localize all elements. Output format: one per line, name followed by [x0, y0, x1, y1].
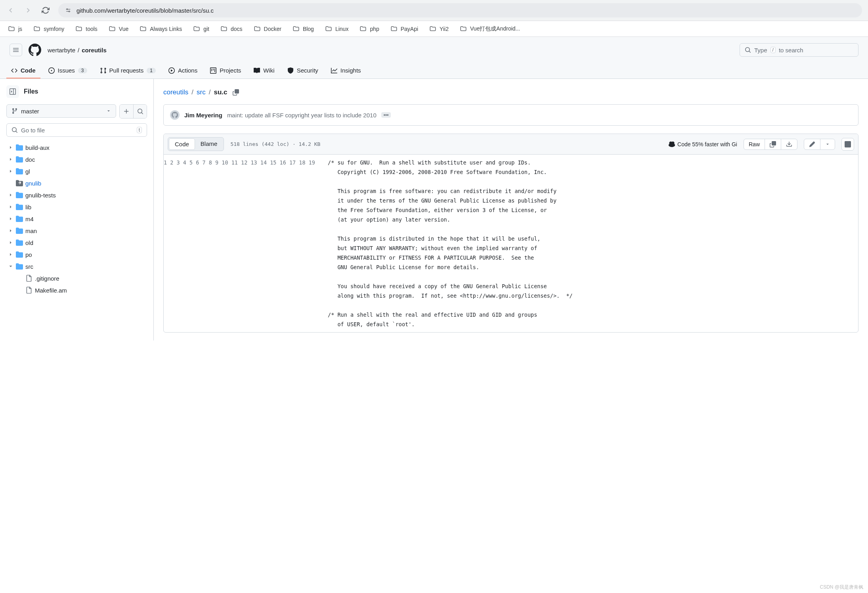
tab-insights[interactable]: Insights [326, 63, 366, 78]
avatar[interactable] [170, 110, 180, 120]
folder-icon [16, 144, 23, 151]
edit-button[interactable] [804, 139, 820, 149]
add-file-button[interactable] [120, 105, 133, 118]
reload-button[interactable] [41, 6, 50, 15]
folder-icon [16, 227, 23, 234]
tree-item[interactable]: m4 [6, 213, 147, 225]
commit-author[interactable]: Jim Meyering [184, 112, 222, 119]
forward-button[interactable] [23, 6, 33, 15]
bookmark-item[interactable]: PayApi [386, 23, 422, 35]
tab-pulls[interactable]: Pull requests 1 [95, 63, 161, 78]
file-tree: build-auxdocglgnulibgnulib-testslibm4man… [6, 142, 147, 296]
folder-icon [109, 25, 116, 33]
breadcrumb-dir[interactable]: src [197, 88, 206, 96]
search-tree-button[interactable] [133, 105, 147, 118]
tab-security[interactable]: Security [283, 63, 323, 78]
commit-message[interactable]: maint: update all FSF copyright year lis… [227, 112, 377, 119]
tab-wiki[interactable]: Wiki [249, 63, 279, 78]
tab-actions[interactable]: Actions [164, 63, 202, 78]
folder-icon [16, 203, 23, 210]
bookmark-item[interactable]: js [4, 23, 26, 35]
chevron-right-icon [8, 204, 13, 210]
bookmark-item[interactable]: php [356, 23, 383, 35]
collapse-tree-button[interactable] [6, 85, 19, 98]
blame-tab[interactable]: Blame [195, 138, 223, 150]
tree-item[interactable]: gnulib [6, 177, 147, 189]
hamburger-menu[interactable] [10, 44, 22, 56]
symbols-button[interactable] [841, 138, 854, 151]
tree-item[interactable]: old [6, 237, 147, 249]
file-info: 518 lines (442 loc) · 14.2 KB [230, 141, 320, 147]
go-to-file-input[interactable]: Go to file t [6, 123, 147, 137]
search-input[interactable]: Type / to search [740, 43, 858, 57]
folder-icon [16, 251, 23, 258]
branch-icon [11, 108, 18, 114]
copy-raw-button[interactable] [765, 139, 781, 149]
breadcrumb-file: su.c [214, 88, 227, 96]
tree-item[interactable]: gnulib-tests [6, 189, 147, 201]
copy-path-button[interactable] [230, 87, 241, 98]
folder-icon [460, 25, 467, 33]
browser-chrome: github.com/wertarbyte/coreutils/blob/mas… [0, 0, 868, 21]
tree-item[interactable]: build-aux [6, 142, 147, 153]
latest-commit: Jim Meyering maint: update all FSF copyr… [163, 104, 858, 126]
pr-icon [100, 67, 106, 74]
svg-point-1 [69, 11, 70, 12]
folder-icon [16, 156, 23, 163]
tree-item[interactable]: lib [6, 201, 147, 213]
folder-icon [16, 239, 23, 246]
folder-icon [359, 25, 367, 33]
address-bar[interactable]: github.com/wertarbyte/coreutils/blob/mas… [58, 3, 862, 17]
back-button[interactable] [6, 6, 15, 15]
tree-item[interactable]: doc [6, 153, 147, 165]
owner-link[interactable]: wertarbyte [48, 47, 75, 54]
branch-selector[interactable]: master [6, 104, 116, 118]
repo-breadcrumb: wertarbyte / coreutils [48, 47, 733, 54]
folder-icon [16, 263, 23, 270]
tab-projects[interactable]: Projects [205, 63, 246, 78]
repo-link[interactable]: coreutils [82, 47, 107, 54]
code-tab[interactable]: Code [169, 138, 195, 150]
issues-count: 3 [78, 68, 87, 73]
tree-item[interactable]: gl [6, 165, 147, 177]
chevron-right-icon [8, 228, 13, 233]
folder-icon [293, 25, 300, 33]
tree-item[interactable]: man [6, 225, 147, 237]
bookmark-item[interactable]: Blog [289, 23, 318, 35]
bookmark-item[interactable]: tools [71, 23, 101, 35]
line-numbers: 1 2 3 4 5 6 7 8 9 10 11 12 13 14 15 16 1… [164, 155, 321, 332]
bookmark-item[interactable]: Linux [321, 23, 352, 35]
bookmark-item[interactable]: Docker [250, 23, 285, 35]
wiki-icon [254, 67, 260, 74]
edit-dropdown[interactable] [820, 139, 835, 149]
tree-item[interactable]: src [6, 260, 147, 272]
tree-item[interactable]: Makefile.am [6, 284, 147, 296]
code-panel: Code Blame 518 lines (442 loc) · 14.2 KB… [163, 134, 858, 333]
tab-code[interactable]: Code [6, 63, 40, 78]
github-logo[interactable] [29, 44, 41, 56]
tree-item[interactable]: po [6, 249, 147, 260]
tree-item[interactable]: .gitignore [6, 272, 147, 284]
tab-issues[interactable]: Issues 3 [44, 63, 92, 78]
files-heading: Files [24, 88, 38, 95]
commit-ellipsis[interactable]: ••• [381, 112, 391, 118]
bookmark-item[interactable]: docs [216, 23, 247, 35]
folder-icon [16, 168, 23, 175]
bookmark-item[interactable]: Always Links [136, 23, 186, 35]
copilot-hint[interactable]: Code 55% faster with Gi [669, 141, 737, 147]
chevron-down-icon [106, 109, 111, 113]
bookmark-item[interactable]: git [189, 23, 213, 35]
download-button[interactable] [781, 139, 797, 149]
shield-icon [287, 67, 294, 74]
code-content[interactable]: /* su for GNU. Run a shell with substitu… [321, 155, 579, 332]
folder-icon [390, 25, 398, 33]
folder-icon [33, 25, 40, 33]
raw-button[interactable]: Raw [744, 139, 765, 149]
breadcrumb-root[interactable]: coreutils [163, 88, 188, 96]
bookmark-item[interactable]: Vue [105, 23, 132, 35]
bookmark-item[interactable]: symfony [29, 23, 68, 35]
bookmark-item[interactable]: Yii2 [425, 23, 453, 35]
search-kbd: / [770, 47, 776, 53]
bookmark-item[interactable]: Vue打包成Android... [456, 23, 524, 35]
site-info-icon[interactable] [65, 7, 72, 14]
